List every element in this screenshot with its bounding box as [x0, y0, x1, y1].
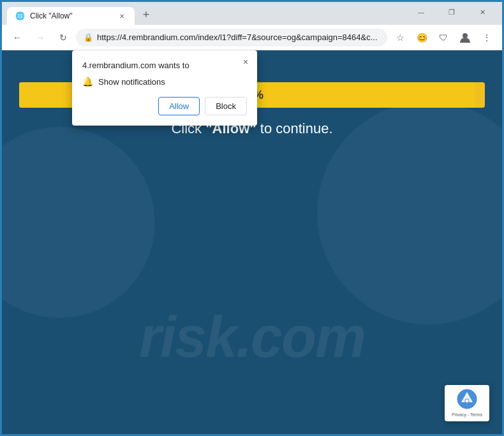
title-bar: 🌐 Click "Allow" ✕ +: [2, 2, 502, 25]
forward-arrow-icon: →: [36, 33, 45, 43]
popup-close-button[interactable]: ×: [239, 55, 252, 68]
bg-circle-right: [317, 101, 502, 324]
page-content: risk.com 4.rembrandium.com wants to × 🔔 …: [2, 50, 502, 434]
watermark: risk.com: [2, 305, 502, 370]
block-button[interactable]: Block: [205, 97, 247, 115]
active-tab[interactable]: 🌐 Click "Allow" ✕: [7, 7, 135, 25]
shield-icon: 🛡: [439, 33, 448, 43]
lock-icon: 🔒: [84, 33, 93, 42]
profile-icon: [459, 31, 471, 44]
svg-point-3: [466, 399, 469, 402]
menu-dots-icon: ⋮: [482, 33, 491, 43]
smiley-button[interactable]: 😊: [411, 27, 432, 48]
popup-title: 4.rembrandium.com wants to: [82, 61, 247, 70]
address-bar[interactable]: 🔒 https://4.rembrandium.com/index/l1?dif…: [76, 29, 387, 47]
tab-favicon: 🌐: [15, 11, 25, 21]
tab-close-button[interactable]: ✕: [117, 11, 127, 21]
notification-popup: 4.rembrandium.com wants to × 🔔 Show noti…: [72, 50, 257, 126]
popup-row: 🔔 Show notifications: [82, 76, 247, 87]
window-controls: [406, 3, 497, 24]
restore-button[interactable]: [437, 3, 466, 21]
bg-circle-left: [2, 127, 155, 318]
bell-icon: 🔔: [82, 76, 93, 87]
menu-button[interactable]: ⋮: [477, 27, 497, 48]
tab-title: Click "Allow": [30, 11, 112, 20]
smiley-icon: 😊: [417, 33, 427, 43]
chrome-window: 🌐 Click "Allow" ✕ + ← → ↻: [2, 2, 502, 434]
back-button[interactable]: ←: [7, 27, 27, 48]
restore-icon: [448, 8, 455, 17]
star-button[interactable]: ☆: [390, 27, 410, 48]
svg-point-0: [463, 33, 468, 38]
shield-button[interactable]: 🛡: [433, 27, 454, 48]
url-text: https://4.rembrandium.com/index/l1?diff=…: [97, 33, 380, 42]
star-icon: ☆: [396, 33, 404, 43]
popup-buttons: Allow Block: [82, 97, 247, 115]
new-tab-button[interactable]: +: [137, 6, 155, 24]
allow-button[interactable]: Allow: [158, 97, 200, 115]
refresh-icon: ↻: [59, 33, 67, 43]
recaptcha-badge: Privacy - Terms: [445, 385, 489, 421]
forward-button[interactable]: →: [30, 27, 50, 48]
click-text-suffix: to continue.: [256, 120, 333, 136]
profile-button[interactable]: [455, 27, 475, 48]
back-arrow-icon: ←: [13, 33, 22, 43]
recaptcha-logo: [457, 389, 477, 409]
recaptcha-icon: [457, 389, 477, 409]
popup-notification-label: Show notifications: [98, 77, 165, 87]
close-button[interactable]: [468, 3, 497, 21]
tab-strip: 🌐 Click "Allow" ✕ +: [7, 2, 406, 25]
minimize-icon: [418, 8, 424, 16]
navigation-bar: ← → ↻ 🔒 https://4.rembrandium.com/index/…: [2, 25, 502, 50]
recaptcha-privacy-terms: Privacy - Terms: [452, 412, 482, 418]
toolbar-icons: ☆ 😊 🛡 ⋮: [390, 27, 497, 48]
close-icon: [480, 8, 485, 17]
refresh-button[interactable]: ↻: [53, 27, 73, 48]
minimize-button[interactable]: [406, 3, 436, 21]
